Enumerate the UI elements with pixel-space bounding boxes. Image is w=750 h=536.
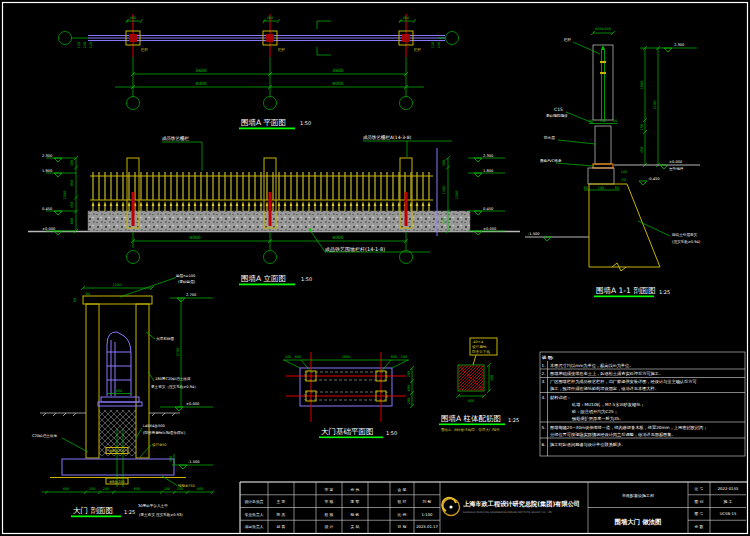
note-text: 砼：除注明外均为C25； <box>571 409 618 415</box>
title-underline <box>71 516 121 518</box>
note-number: 1. <box>542 363 546 368</box>
title-underline <box>319 437 383 439</box>
grid-bubble <box>264 251 277 264</box>
tb-info-label: 图 别 <box>695 499 704 504</box>
level-label: ±0.000 <box>42 227 56 231</box>
project-name: 市政配套设施工程 <box>622 493 654 498</box>
tb-cell: 杨 帆 <box>350 512 360 517</box>
tb-cell: 设计总负责 <box>245 499 264 504</box>
post-outline <box>593 45 613 120</box>
view-title: 围墙A 1-1 剖面图 <box>596 286 656 295</box>
grid-bubble <box>446 32 459 45</box>
view-title: 大门基础平面图 <box>321 427 374 436</box>
dim-label: 240 <box>600 119 606 123</box>
note-text: 施工时如遇问题请与设计单位联系解决。 <box>550 442 625 448</box>
tb-info-label: 张 数 <box>695 524 704 529</box>
company-name-en: SHANGHAI MUNICIPAL ENGINEERING DESIGN IN… <box>463 511 553 514</box>
dim-label: 2300 <box>63 191 67 200</box>
dim-label: 200 <box>285 355 291 359</box>
dim-label: 3600 <box>195 68 207 73</box>
level-label: 0.450 <box>42 207 53 211</box>
tb-cell: 赵 磊 <box>277 524 286 529</box>
dim-label: 240 <box>598 186 604 190</box>
grid-bubble <box>400 97 413 110</box>
note-text: 钢筋保护层厚度一般为35。 <box>571 416 623 422</box>
svg-text:防雷引下线: 防雷引下线 <box>472 349 490 354</box>
view-scale: 1:25 <box>508 417 519 423</box>
title-block: 设计总负责 王 芳 专业负责人 陈 杰 项目负责人 赵 磊 审 定 张 伟 审 … <box>240 482 747 533</box>
title-underline <box>239 128 295 130</box>
dim-label: 80 <box>613 119 617 123</box>
annotation: 成品铁艺围墙栏杆(14-1-8) <box>324 246 385 253</box>
angle-steel-sublabel: (防雷用扁钢与预埋件焊牢) <box>143 430 186 435</box>
note-number: 4. <box>542 395 546 400</box>
dim-label: 60 <box>615 186 619 190</box>
marble-label: 大理石贴面 <box>156 337 174 341</box>
view-title: 围墙A 平面图 <box>241 118 286 127</box>
dim-label: 450 <box>70 202 74 208</box>
rebar-tag: -40×4 镀锌扁钢 防雷引下线 <box>470 338 497 355</box>
dim-label: 4000 <box>332 81 344 86</box>
notes-panel: 说 明: 1. 本图尺寸均以mm为单位，标高以m为单位。 2. 围墙基础须坐落在… <box>540 352 745 456</box>
level-label: 2.300 <box>674 43 685 47</box>
gate-foundation-plan: 200 600 2600 600 200 200 600 200 大门基础平面图… <box>283 352 414 438</box>
material-label: C15 <box>554 107 563 112</box>
svg-text:镀锌扁钢: 镀锌扁钢 <box>471 344 487 349</box>
trim-band <box>593 164 613 168</box>
tb-cell: 审 核 <box>325 499 334 504</box>
tb-cell: 2023.01.17 <box>416 524 438 529</box>
note-text: 厂区围墙栏杆为成品铁艺栏杆，由厂家提供安装详图，经设计与业主确认后方可 <box>550 379 697 384</box>
level-label: ±0.000 <box>669 160 683 164</box>
dim-label: 150 <box>640 124 644 130</box>
dim-label: 2600 <box>342 355 351 359</box>
grid-bubble <box>127 97 140 110</box>
note-line: (素土夯实 压实系数≥0.93) <box>139 512 183 517</box>
gate-mechanism <box>98 332 142 406</box>
dim-label: 600 <box>295 355 301 359</box>
concrete-column-hatch <box>595 126 611 164</box>
dim-label: 600 <box>391 355 397 359</box>
grid-bubble <box>59 32 72 45</box>
dim-label: 2700 <box>176 348 180 357</box>
note-text: 围墙每隔20~30m设伸缩缝一道，缝内嵌沥青木板，缝宽20mm，上用密封胶封闭； <box>550 425 707 431</box>
cap-annotation-sub: (素砼垫层) <box>178 280 196 284</box>
view-title: 大门 剖面图 <box>73 506 113 515</box>
level-label: 2.300 <box>483 154 494 158</box>
tb-info-label: 图 号 <box>695 511 704 516</box>
company-logo <box>442 498 459 516</box>
dim-label: 80 <box>589 119 593 123</box>
tb-cell: 吴 斌 <box>351 524 360 529</box>
cap-annotation: 垫层n=100 <box>175 274 196 278</box>
level-label: -0.450 <box>648 177 660 181</box>
wall-label: 180厚C20砼挡土墙体 <box>155 377 191 381</box>
dim-label: 4000 <box>189 235 201 240</box>
dim-label: 600 <box>134 487 140 491</box>
view-scale: 1:50 <box>301 276 312 282</box>
note-text: 围墙基础须坐落在老土上，如遇松土须夯实处理后方可施工。 <box>550 371 663 376</box>
dim-label: 600 <box>70 218 74 224</box>
note-text: 本图尺寸均以mm为单位，标高以m为单位。 <box>550 363 633 369</box>
dim-label: 300 <box>442 160 446 166</box>
grid-bubble <box>264 97 277 110</box>
view-scale: 1:50 <box>300 120 311 126</box>
tb-cell: 校 对 <box>397 499 407 504</box>
dim-label: 300 <box>169 456 173 462</box>
column-label: 栏杆 <box>277 48 286 52</box>
dim-label: 2300 <box>455 191 459 200</box>
note-text: 砖墙：MU10砖，M7.5水泥砂浆砌筑； <box>571 402 645 408</box>
dim-label: 3600 <box>332 68 344 73</box>
tb-cell: 李 军 <box>351 499 360 504</box>
tb-cell: 刘 敏 <box>423 499 432 504</box>
note-text: 分缝位置可按现场实际情况经设计同意后调整，做法详见国标图集。 <box>550 432 676 438</box>
trim-label: 黑色PVC饰条 <box>540 159 562 163</box>
dim-label: 400 <box>403 16 409 20</box>
dim-label: 400 <box>63 487 69 491</box>
tb-cell: 陈 杰 <box>277 512 286 517</box>
detail-subtitle: 围墙A、B柱做法相同，管理大门除外 <box>441 427 500 432</box>
dim-label: 300 <box>70 160 74 166</box>
tb-cell: 会 签 <box>398 487 407 492</box>
level-label: -1.500 <box>188 460 200 464</box>
dim-label: 400×400 <box>595 27 611 31</box>
note-number: 2. <box>542 371 546 376</box>
gate-cap <box>83 296 152 304</box>
